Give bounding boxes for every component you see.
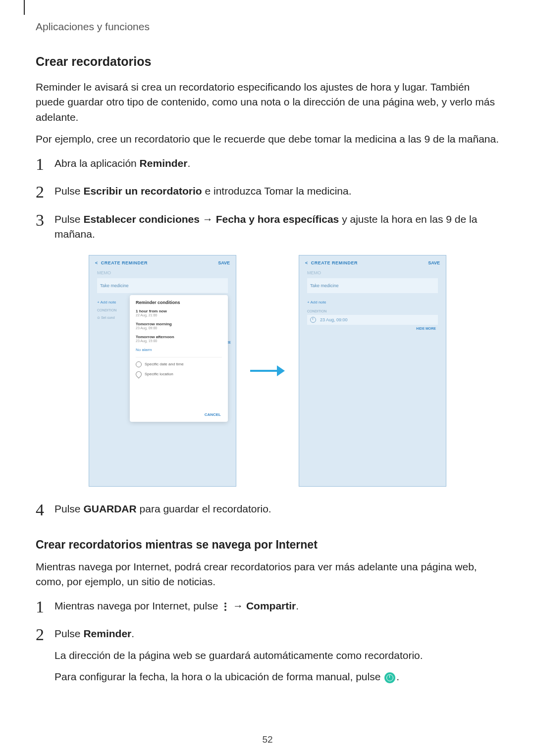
steps-list-browse: 1 Mientras navega por Internet, pulse → … [36, 599, 499, 685]
popup-opt: Tomorrow morning [136, 322, 222, 326]
shot-label-condition: CONDITION [307, 309, 438, 313]
step-item-2b: 2 Pulse Reminder. La dirección de la pág… [36, 626, 499, 684]
popup-opt: 1 hour from now [136, 309, 222, 313]
shot-condition-value: 23 Aug, 09:00 [320, 317, 348, 322]
shot-save-label: SAVE [428, 260, 440, 265]
clock-icon [136, 361, 142, 367]
shot-hide-more: HIDE MORE [307, 327, 438, 330]
step-text: Pulse Establecer condiciones → Fecha y h… [54, 213, 477, 240]
popup-cancel: CANCEL [205, 412, 221, 417]
step-number: 1 [36, 152, 44, 176]
shot-label-condition: CONDITION [97, 308, 129, 312]
intro-paragraph-2: Por ejemplo, cree un recordatorio que le… [36, 132, 499, 147]
step-text: Pulse Escribir un recordatorio e introdu… [54, 185, 352, 197]
popup-opt-sub: 22 Aug, 21:00 [136, 313, 222, 317]
more-options-icon [222, 602, 229, 611]
step-number: 2 [36, 622, 44, 647]
shot-condition-row: 23 Aug, 09:00 [307, 315, 438, 325]
heading-create-while-browsing: Crear recordatorios mientras se navega p… [36, 538, 499, 552]
browse-intro: Mientras navega por Internet, podrá crea… [36, 559, 499, 590]
popup-no-alarm: No alarm [136, 348, 222, 352]
shot-memo-line: MEMO [97, 270, 228, 275]
arrow-right-icon [250, 365, 285, 376]
page-number: 52 [0, 734, 535, 745]
pin-icon [135, 370, 143, 378]
step-item-1b: 1 Mientras navega por Internet, pulse → … [36, 599, 499, 613]
shot-input: Take medicine [97, 278, 228, 293]
shot-back-label: < CREATE REMINDER [95, 260, 148, 265]
intro-paragraph-1: Reminder le avisará si crea un recordato… [36, 80, 499, 125]
screenshot-create-reminder-result: < CREATE REMINDER SAVE MEMO Take medicin… [299, 255, 446, 487]
step-item-2: 2 Pulse Escribir un recordatorio e intro… [36, 184, 499, 199]
step-text: Mientras navega por Internet, pulse → Co… [54, 600, 299, 611]
running-header: Aplicaciones y funciones [36, 21, 499, 33]
conditions-popup: Reminder conditions 1 hour from now22 Au… [130, 295, 228, 422]
shot-input: Take medicine [307, 278, 438, 293]
popup-specific-date: Specific date and time [145, 362, 184, 366]
step-text: Pulse GUARDAR para guardar el recordator… [54, 503, 271, 514]
decorative-rule [24, 0, 25, 15]
popup-opt-sub: 23 Aug, 15:00 [136, 339, 222, 343]
shot-set-cond-row: ⊙ Set cond [97, 316, 129, 320]
shot-add-note: + Add note [307, 300, 438, 304]
step-number: 4 [36, 498, 44, 522]
step-sub-1: La dirección de la página web se guardar… [54, 648, 499, 663]
popup-opt: Tomorrow afternoon [136, 335, 222, 339]
steps-list-create-cont: 4 Pulse GUARDAR para guardar el recordat… [36, 502, 499, 516]
screenshot-create-reminder-popup: < CREATE REMINDER SAVE MEMO Take medicin… [89, 255, 236, 487]
figure-row: < CREATE REMINDER SAVE MEMO Take medicin… [36, 255, 499, 487]
step-item-4: 4 Pulse GUARDAR para guardar el recordat… [36, 502, 499, 516]
step-text: Pulse Reminder. [54, 628, 134, 639]
clock-icon [310, 317, 316, 323]
steps-list-create: 1 Abra la aplicación Reminder. 2 Pulse E… [36, 156, 499, 242]
step-number: 2 [36, 180, 44, 204]
step-number: 3 [36, 208, 44, 232]
step-text: Abra la aplicación Reminder. [54, 157, 190, 169]
popup-title: Reminder conditions [136, 300, 222, 305]
heading-create-reminders: Crear recordatorios [36, 54, 499, 69]
shot-memo-line: MEMO [307, 270, 438, 275]
step-number: 1 [36, 595, 44, 619]
popup-specific-location: Specific location [145, 372, 173, 376]
step-sub-2: Para configurar la fecha, la hora o la u… [54, 669, 499, 685]
popup-opt-sub: 23 Aug, 09:00 [136, 326, 222, 330]
reminder-clock-icon [384, 672, 395, 683]
step-item-1: 1 Abra la aplicación Reminder. [36, 156, 499, 171]
step-item-3: 3 Pulse Establecer condiciones → Fecha y… [36, 212, 499, 242]
shot-save-label: SAVE [218, 260, 230, 265]
shot-back-label: < CREATE REMINDER [305, 260, 358, 265]
